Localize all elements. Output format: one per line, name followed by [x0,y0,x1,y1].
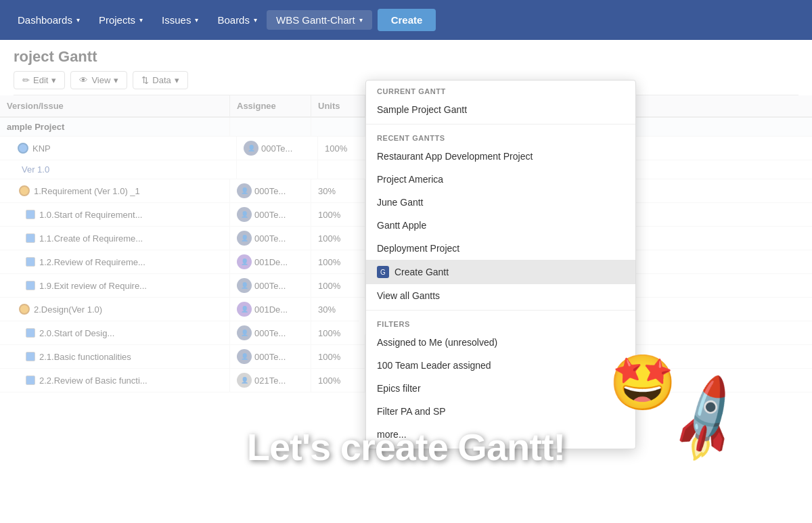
recent-gantt-item-4[interactable]: Deployment Project [366,237,635,260]
avatar: 👤 [237,349,252,364]
row-name: 2.2.Review of Basic functi... [0,369,230,392]
checkbox[interactable] [26,376,35,385]
data-caret: ▾ [175,75,179,85]
create-button[interactable]: Create [378,9,436,31]
row-name: 2.1.Basic functionalities [0,345,230,368]
projects-caret: ▾ [139,16,143,24]
edit-button[interactable]: ✏ Edit ▾ [14,71,65,89]
avatar: 👤 [237,373,252,388]
divider [366,124,635,124]
avatar: 👤 [237,231,252,246]
issues-caret: ▾ [195,16,198,24]
filter-item-1[interactable]: 100 Team Leader assigned [366,354,635,377]
row-name: Ver 1.0 [7,160,237,179]
data-button[interactable]: ⇅ Data ▾ [133,71,187,89]
task-icon [18,143,28,154]
checkbox[interactable] [26,210,35,219]
view-caret: ▾ [114,75,118,85]
boards-caret: ▾ [254,16,257,24]
nav-projects[interactable]: Projects ▾ [89,10,152,30]
checkbox[interactable] [26,328,35,338]
checkbox[interactable] [26,233,35,243]
filter-item-0[interactable]: Assigned to Me (unresolved) [366,331,635,354]
avatar: 👤 [237,302,252,317]
main-content: roject Gantt ✏ Edit ▾ 👁 View ▾ ⇅ Data ▾ … [0,40,812,523]
col-units: Units [311,95,365,116]
current-gantt-label: CURRENT GANTT [366,81,635,98]
wbs-gantt-caret: ▾ [359,16,363,24]
edit-icon: ✏ [22,75,30,85]
divider [366,310,635,311]
filters-label: FILTERS [366,313,635,331]
col-issue: Version/Issue [0,95,230,116]
avatar: 👤 [237,254,252,269]
avatar: 👤 [237,207,252,222]
row-name: KNP [7,137,237,160]
checkbox[interactable] [26,257,35,267]
gantt-dropdown: CURRENT GANTT Sample Project Gantt RECEN… [365,80,636,449]
avatar: 👤 [237,325,252,340]
page-title: roject Gantt [14,48,798,66]
checkbox[interactable] [26,281,35,290]
checkbox[interactable] [26,352,35,361]
nav-wbs-gantt[interactable]: WBS Gantt-Chart ▾ [267,10,372,30]
row-name: 2.Design(Ver 1.0) [0,298,230,321]
nav-issues[interactable]: Issues ▾ [152,10,208,30]
row-name: 1.1.Create of Requireme... [0,227,230,250]
avatar: 👤 [244,141,258,156]
row-name: 1.Requirement (Ver 1.0) _1 [0,179,230,202]
task-icon [19,304,30,315]
view-button[interactable]: 👁 View ▾ [70,71,127,89]
row-name: 1.0.Start of Requirement... [0,203,230,226]
col-assignee: Assignee [230,95,311,116]
recent-gantts-label: RECENT GANTTS [366,127,635,145]
nav-boards[interactable]: Boards ▾ [208,10,267,30]
create-gantt-icon: G [377,266,389,278]
recent-gantt-item-3[interactable]: Gantt Apple [366,214,635,237]
avatar: 👤 [237,183,252,198]
recent-gantt-item-0[interactable]: Restaurant App Development Project [366,145,635,168]
view-icon: 👁 [79,75,88,85]
row-name: 1.9.Exit review of Require... [0,274,230,297]
current-gantt-item[interactable]: Sample Project Gantt [366,98,635,121]
view-all-gantts-item[interactable]: View all Gantts [366,284,635,307]
create-gantt-item[interactable]: G Create Gantt [366,260,635,284]
dashboards-caret: ▾ [76,16,80,24]
filter-item-2[interactable]: Epics filter [366,377,635,400]
edit-caret: ▾ [51,75,56,85]
avatar: 👤 [237,278,252,293]
nav-dashboards[interactable]: Dashboards ▾ [8,10,89,30]
row-name: 2.0.Start of Desig... [0,321,230,344]
row-name: 1.2.Review of Requireme... [0,250,230,273]
row-name: ample Project [0,118,230,136]
recent-gantt-item-1[interactable]: Project America [366,168,635,191]
task-icon [19,185,30,196]
data-icon: ⇅ [141,75,149,85]
current-gantt-name: Sample Project Gantt [377,104,467,115]
top-navigation: Dashboards ▾ Projects ▾ Issues ▾ Boards … [0,0,812,40]
recent-gantt-item-2[interactable]: June Gantt [366,191,635,214]
filter-item-3[interactable]: Filter PA and SP [366,400,635,423]
